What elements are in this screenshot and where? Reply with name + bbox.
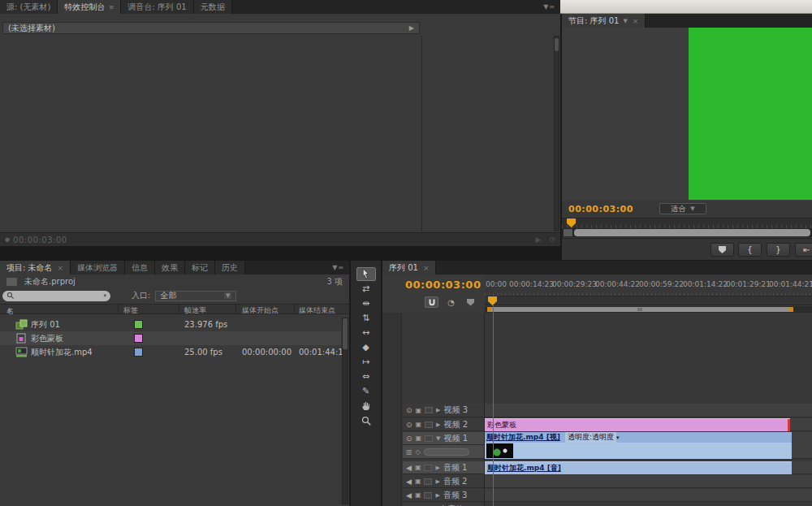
sync-lock-icon[interactable]: ▣ [415, 478, 421, 485]
track-header-audio1[interactable]: ◀ ▣ ▶ 音频 1 [403, 461, 484, 474]
project-item-matte[interactable]: 彩色蒙板 [0, 331, 341, 345]
goto-in-button[interactable]: ⇤ [795, 243, 812, 257]
snap-toggle-button[interactable] [425, 296, 438, 308]
lane-video2[interactable]: 彩色蒙板 [485, 418, 812, 431]
sync-lock-icon[interactable]: ▣ [415, 464, 421, 471]
loop-icon[interactable]: ⟳ [549, 236, 555, 244]
track-target-strip[interactable] [382, 313, 402, 506]
pen-tool[interactable]: ✎ [356, 384, 376, 398]
track-header-audio3[interactable]: ◀ ▣ ▶ 音频 3 [403, 489, 484, 502]
lock-toggle[interactable] [425, 407, 433, 413]
label-swatch-blue[interactable] [134, 348, 143, 357]
lock-toggle[interactable] [424, 478, 432, 485]
collapse-icon[interactable]: ▶ [436, 422, 440, 428]
track-header-video1-options[interactable]: ▥ ◇ [403, 445, 484, 459]
track-header-video2[interactable]: ⊙ ▣ ▶ 视频 2 [403, 418, 484, 431]
effect-controls-scrollbar[interactable] [554, 36, 559, 231]
slip-tool[interactable]: ↦ [356, 355, 376, 369]
display-style-icon[interactable]: ▥ [406, 448, 412, 456]
tab-project[interactable]: 项目: 未命名 × [0, 261, 71, 275]
playhead-line[interactable] [493, 305, 494, 506]
clip-audio[interactable]: 顺时针加花.mp4 [音] [485, 461, 792, 474]
eye-icon[interactable]: ⊙ [406, 435, 412, 443]
label-swatch-violet[interactable] [134, 334, 143, 343]
close-icon[interactable]: × [633, 17, 639, 25]
tab-program-monitor[interactable]: 节目: 序列 01 ▼ × [562, 14, 646, 28]
close-icon[interactable]: × [423, 264, 430, 272]
lock-toggle[interactable] [425, 422, 433, 428]
lane-audio3[interactable] [485, 489, 812, 502]
effect-controls-timecode[interactable]: 00:00:03:00 [13, 236, 67, 244]
column-media-start[interactable]: 媒体开始点 [242, 305, 279, 316]
add-marker-button[interactable] [710, 243, 734, 257]
timeline-tickstrip[interactable] [485, 296, 812, 305]
timecode-toggle-icon[interactable]: ● [5, 236, 10, 243]
column-label[interactable]: 标签 [123, 305, 138, 316]
panel-menu-icon[interactable]: ▼≡ [538, 0, 560, 14]
lock-toggle[interactable] [425, 435, 433, 442]
track-header-audio2[interactable]: ◀ ▣ ▶ 音频 2 [403, 475, 484, 488]
timeline-ruler[interactable]: 00:00 00:00:14:23 00:00:29:23 00:00:44:2… [485, 275, 812, 296]
clip-effect-badge[interactable]: 透明度:透明度 [565, 432, 616, 443]
tab-source-monitor[interactable]: 源: (无素材) [0, 0, 58, 14]
tab-metadata[interactable]: 元数据 [194, 0, 232, 14]
sync-lock-icon[interactable]: ▣ [416, 421, 422, 428]
entry-filter-dropdown[interactable]: 全部 ▼ [155, 291, 236, 301]
scrollbar-end-box[interactable] [564, 229, 572, 236]
sequence-marker-button[interactable] [464, 296, 477, 308]
effect-controls-divider[interactable] [421, 36, 422, 231]
project-scrollbar[interactable] [342, 318, 348, 504]
lane-video1[interactable]: 顺时针加花.mp4 [视] 透明度:透明度 ▾ [485, 432, 812, 459]
tab-sequence-01[interactable]: 序列 01 × [382, 261, 436, 275]
tab-history[interactable]: 历史 [215, 261, 245, 275]
tab-effect-controls[interactable]: 特效控制台≡ [58, 0, 121, 14]
program-playhead-icon[interactable] [567, 218, 576, 227]
mark-out-button[interactable]: } [767, 243, 790, 257]
sequence-settings-button[interactable]: ◔ [444, 296, 458, 308]
lane-audio1[interactable]: 顺时针加花.mp4 [音] [485, 461, 812, 474]
lane-video3[interactable] [485, 404, 812, 417]
search-options-icon[interactable]: ▾ [103, 292, 106, 299]
clip-end-handle[interactable] [788, 419, 790, 431]
project-item-video-clip[interactable]: 顺时针加花.mp4 25.00 fps 00:00:00:00 00:01:44… [0, 345, 341, 359]
track-header-video3[interactable]: ⊙ ▣ ▶ 视频 3 [403, 404, 484, 417]
column-media-end[interactable]: 媒体结束点 [299, 305, 335, 316]
tab-effects[interactable]: 效果 [155, 261, 185, 275]
scrollbar-thumb[interactable] [555, 38, 559, 51]
close-icon[interactable]: × [58, 264, 64, 272]
zoom-level-dropdown[interactable]: 适合 ▼ [659, 203, 706, 214]
column-fps[interactable]: 帧速率 [184, 305, 206, 316]
speaker-icon[interactable]: ◀ [406, 478, 412, 486]
lock-toggle[interactable] [424, 465, 432, 471]
eye-icon[interactable]: ⊙ [406, 406, 412, 414]
sync-lock-icon[interactable]: ▣ [416, 435, 422, 442]
work-area-grip[interactable] [637, 308, 642, 311]
expand-arrow-icon[interactable]: ▶ [409, 24, 414, 32]
sync-lock-icon[interactable]: ▣ [415, 491, 421, 499]
mark-in-button[interactable]: { [738, 243, 762, 257]
scrollbar-thumb[interactable] [343, 318, 348, 349]
tab-info[interactable]: 信息 [125, 261, 155, 275]
tab-audio-mixer[interactable]: 调音台: 序列 01 [121, 0, 193, 14]
collapse-icon[interactable]: ▶ [435, 492, 439, 499]
rolling-edit-tool[interactable]: ⇅ [356, 311, 376, 325]
program-monitor-scrollbar[interactable] [562, 228, 812, 237]
razor-tool[interactable]: ◆ [356, 340, 376, 354]
speaker-icon[interactable]: ◀ [406, 491, 412, 500]
hand-tool[interactable] [356, 399, 376, 413]
speaker-icon[interactable]: ◀ [406, 464, 412, 472]
collapse-icon[interactable]: ▶ [435, 465, 439, 471]
panel-menu-icon[interactable]: ▼≡ [327, 261, 349, 275]
keyframe-icon[interactable]: ◇ [416, 448, 421, 456]
sync-lock-icon[interactable]: ▣ [416, 407, 422, 414]
collapse-icon[interactable]: ▶ [436, 407, 440, 413]
timeline-timecode[interactable]: 00:00:03:00 [405, 279, 481, 291]
selection-tool[interactable] [356, 267, 376, 281]
rate-stretch-tool[interactable]: ↔ [356, 326, 376, 339]
track-select-tool[interactable]: ⇄ [356, 282, 376, 296]
clip-color-matte[interactable]: 彩色蒙板 [485, 418, 790, 431]
play-icon[interactable]: ▶ [536, 236, 542, 244]
work-area-track[interactable] [485, 306, 812, 313]
timeline-playhead-icon[interactable] [488, 296, 497, 305]
clip-video[interactable]: 顺时针加花.mp4 [视] 透明度:透明度 ▾ [485, 432, 792, 459]
